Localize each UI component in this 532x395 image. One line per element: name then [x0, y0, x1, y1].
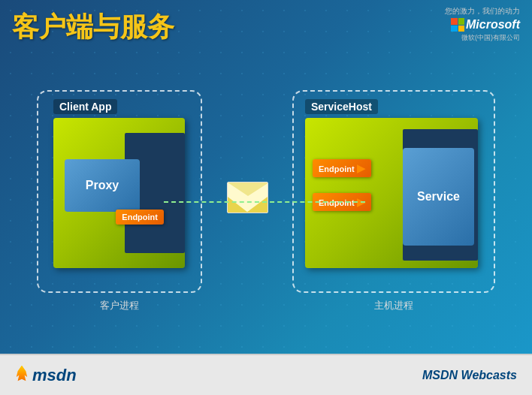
server-endpoint-1-label: Endpoint: [319, 164, 355, 173]
msdn-logo: msdn: [15, 366, 77, 385]
ms-square-green: [458, 18, 465, 25]
client-app-label: Client App: [53, 99, 117, 114]
msdn-flame-icon: [15, 366, 29, 385]
ms-square-blue: [451, 26, 458, 32]
service-host-card: ServiceHost Service Endpoint ▶ Endpoint …: [305, 118, 478, 268]
envelope-icon: [227, 182, 268, 213]
connecting-dotted-line: [164, 201, 365, 203]
client-process-label: 客户进程: [100, 299, 139, 312]
service-host-label: ServiceHost: [305, 99, 378, 114]
top-bar: 客户端与服务 您的激力，我们的动力 Microsoft 微软(中国)有限公司: [0, 0, 532, 41]
microsoft-logo: Microsoft: [451, 18, 520, 32]
ms-square-yellow: [458, 26, 465, 32]
msdn-text: msdn: [32, 366, 77, 385]
client-app-card: Client App Proxy Endpoint: [53, 118, 185, 268]
ms-squares-icon: [451, 18, 464, 32]
microsoft-subtitle: 微软(中国)有限公司: [461, 33, 520, 43]
client-endpoint-badge: Endpoint: [116, 210, 164, 225]
service-label: Service: [417, 190, 460, 204]
slide: 客户端与服务 您的激力，我们的动力 Microsoft 微软(中国)有限公司: [0, 0, 532, 395]
ms-square-red: [451, 18, 458, 25]
proxy-label: Proxy: [86, 179, 119, 192]
arrow-right-1-icon: ▶: [357, 162, 365, 174]
client-endpoint-label: Endpoint: [122, 213, 158, 222]
envelope-body: [227, 182, 268, 213]
envelope-bottom-right: [246, 197, 268, 213]
client-container: Client App Proxy Endpoint: [37, 90, 202, 293]
envelope-flap: [228, 182, 268, 196]
server-endpoint-badge-1: Endpoint ▶: [313, 159, 371, 177]
msdn-webcasts-text: MSDN Webcasts: [422, 369, 517, 382]
tagline: 您的激力，我们的动力: [445, 6, 520, 17]
server-process-label: 主机进程: [374, 299, 413, 312]
microsoft-text: Microsoft: [466, 18, 520, 32]
proxy-box: Proxy: [65, 159, 140, 212]
server-endpoint-2-label: Endpoint: [319, 198, 355, 207]
slide-title: 客户端与服务: [12, 9, 174, 46]
footer: msdn MSDN Webcasts: [0, 354, 532, 395]
service-box: Service: [403, 148, 474, 246]
logo-area: 您的激力，我们的动力 Microsoft 微软(中国)有限公司: [445, 6, 520, 43]
server-container: ServiceHost Service Endpoint ▶ Endpoint …: [292, 90, 495, 293]
envelope-bottom-left: [228, 197, 248, 213]
